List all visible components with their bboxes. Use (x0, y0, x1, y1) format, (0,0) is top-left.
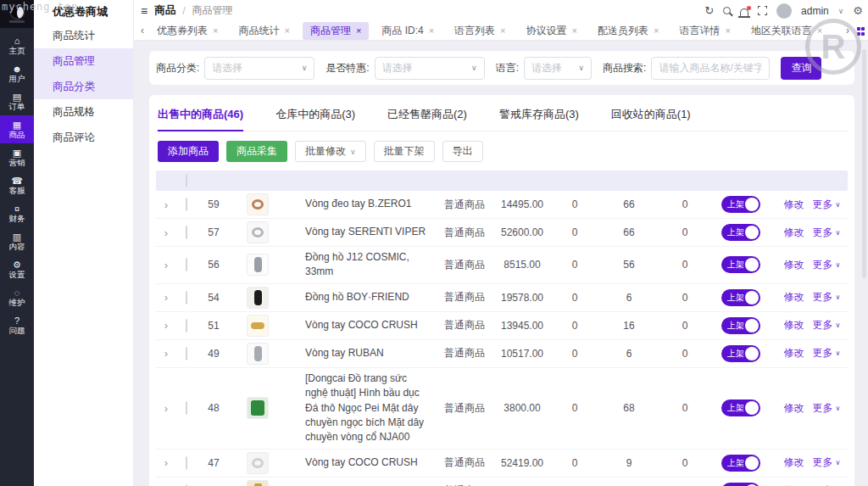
status-tab[interactable]: 出售中的商品(46) (158, 103, 243, 131)
more-link[interactable]: 更多 ∨ (813, 198, 841, 212)
row-checkbox[interactable] (186, 258, 187, 271)
onshelf-toggle[interactable]: 上架 (721, 224, 760, 241)
sidebar-menu-item[interactable]: 商品管理 (34, 48, 133, 74)
row-checkbox[interactable] (186, 291, 187, 304)
open-tab[interactable]: 商品统计 × (231, 22, 297, 40)
row-expand-icon[interactable]: › (156, 402, 176, 415)
row-expand-icon[interactable]: › (156, 198, 176, 211)
status-tab[interactable]: 回收站的商品(1) (611, 103, 691, 131)
rail-item[interactable]: ◌ 维护 (0, 283, 34, 311)
app-logo[interactable] (0, 0, 34, 28)
avatar[interactable] (776, 3, 792, 19)
edit-link[interactable]: 修改 (784, 455, 804, 470)
edit-link[interactable]: 修改 (784, 226, 804, 240)
tab-close-icon[interactable]: × (356, 25, 361, 36)
export-button[interactable]: 导出 (442, 141, 483, 162)
row-checkbox[interactable] (186, 347, 187, 360)
row-expand-icon[interactable]: › (156, 347, 176, 360)
sidebar-menu-item[interactable]: 商品评论 (34, 125, 133, 150)
vertical-scrollbar[interactable] (862, 49, 866, 278)
onshelf-toggle[interactable]: 上架 (721, 317, 760, 334)
status-tab[interactable]: 已经售罄商品(2) (387, 103, 467, 131)
rail-item[interactable]: ▣ 营销 (0, 143, 34, 171)
search-icon[interactable] (723, 7, 731, 14)
open-tab[interactable]: 语言详情 × (671, 22, 737, 40)
refresh-icon[interactable]: ↻ (704, 4, 714, 17)
rail-item[interactable]: ▦ 商品 (0, 115, 34, 143)
tab-close-icon[interactable]: × (500, 25, 505, 36)
edit-link[interactable]: 修改 (784, 318, 804, 332)
tab-close-icon[interactable]: × (429, 25, 434, 36)
onshelf-toggle[interactable]: 上架 (721, 345, 760, 362)
row-expand-icon[interactable]: › (156, 259, 176, 271)
onshelf-toggle[interactable]: 上架 (721, 256, 760, 273)
sidebar-menu-item[interactable]: 商品分类 (34, 74, 133, 99)
row-expand-icon[interactable]: › (156, 291, 176, 304)
open-tab[interactable]: 翻译配置 × (835, 22, 843, 40)
tabs-scroll-right-icon[interactable]: › (844, 25, 851, 36)
open-tab[interactable]: 优惠券列表 × (149, 22, 225, 40)
more-link[interactable]: 更多 ∨ (813, 455, 841, 470)
open-tab[interactable]: 商品 ID:4 × (374, 22, 442, 40)
edit-link[interactable]: 修改 (784, 290, 804, 304)
category-select[interactable]: 请选择 ∨ (204, 57, 314, 80)
row-checkbox[interactable] (186, 456, 187, 470)
add-product-button[interactable]: 添加商品 (158, 141, 219, 162)
rail-item[interactable]: ⚙ 设置 (0, 255, 34, 283)
rail-item[interactable]: ▤ 订单 (0, 87, 34, 115)
collect-product-button[interactable]: 商品采集 (226, 141, 287, 162)
tab-close-icon[interactable]: × (817, 25, 822, 36)
sidebar-menu-item[interactable]: 商品统计 (34, 23, 133, 48)
edit-link[interactable]: 修改 (784, 258, 804, 272)
more-link[interactable]: 更多 ∨ (813, 290, 841, 304)
breadcrumb-root[interactable]: 商品 (154, 3, 175, 18)
onshelf-toggle[interactable]: 上架 (721, 289, 760, 306)
rail-item[interactable]: ☎ 客服 (0, 171, 34, 199)
menu-toggle-icon[interactable]: ≡ (141, 4, 147, 18)
row-checkbox[interactable] (186, 319, 187, 332)
tab-close-icon[interactable]: × (654, 25, 659, 36)
more-link[interactable]: 更多 ∨ (813, 258, 841, 272)
settings-gear-icon[interactable]: ⚙ (853, 4, 863, 17)
username[interactable]: admin (801, 5, 829, 17)
query-button[interactable]: 查询 (781, 57, 821, 80)
language-select[interactable]: 请选择 ∨ (524, 57, 592, 80)
row-checkbox[interactable] (186, 198, 187, 211)
rail-item[interactable]: ▥ 内容 (0, 227, 34, 255)
status-tab[interactable]: 警戒库存商品(3) (499, 103, 579, 131)
edit-link[interactable]: 修改 (784, 346, 804, 360)
select-all-checkbox[interactable] (186, 174, 187, 187)
onshelf-toggle[interactable]: 上架 (721, 455, 760, 472)
more-link[interactable]: 更多 ∨ (813, 318, 841, 332)
special-select[interactable]: 请选择 ∨ (375, 57, 485, 80)
sidebar-menu-item[interactable]: 商品规格 (34, 99, 133, 125)
open-tab[interactable]: 配送员列表 × (590, 22, 666, 40)
rail-item[interactable]: ¤ 财务 (0, 199, 34, 227)
row-expand-icon[interactable]: › (156, 226, 176, 239)
product-search-input[interactable] (651, 57, 770, 80)
tab-close-icon[interactable]: × (572, 25, 577, 36)
status-tab[interactable]: 仓库中的商品(3) (275, 103, 355, 131)
edit-link[interactable]: 修改 (784, 401, 804, 416)
rail-item[interactable]: ⌂ 主页 (0, 31, 34, 59)
more-link[interactable]: 更多 ∨ (813, 346, 841, 360)
tab-close-icon[interactable]: × (213, 25, 218, 36)
tab-close-icon[interactable]: × (725, 25, 730, 36)
open-tab[interactable]: 语言列表 × (447, 22, 513, 40)
edit-link[interactable]: 修改 (784, 198, 804, 212)
batch-offshelf-button[interactable]: 批量下架 (374, 141, 435, 162)
row-checkbox[interactable] (186, 226, 187, 239)
onshelf-toggle[interactable]: 上架 (721, 196, 760, 213)
rail-item[interactable]: ☻ 用户 (0, 59, 34, 87)
batch-edit-button[interactable]: 批量修改 ∨ (295, 141, 366, 162)
notification-bell-icon[interactable] (740, 8, 748, 16)
open-tab[interactable]: 地区关联语言 × (743, 22, 830, 40)
more-link[interactable]: 更多 ∨ (813, 401, 841, 416)
row-checkbox[interactable] (186, 401, 187, 415)
fullscreen-icon[interactable] (758, 6, 767, 15)
tabs-scroll-left-icon[interactable]: ‹ (136, 25, 149, 36)
rail-item[interactable]: ? 问题 (0, 311, 34, 339)
tab-close-icon[interactable]: × (284, 25, 289, 36)
user-chevron-down-icon[interactable]: ∨ (838, 7, 844, 15)
row-expand-icon[interactable]: › (156, 319, 176, 332)
